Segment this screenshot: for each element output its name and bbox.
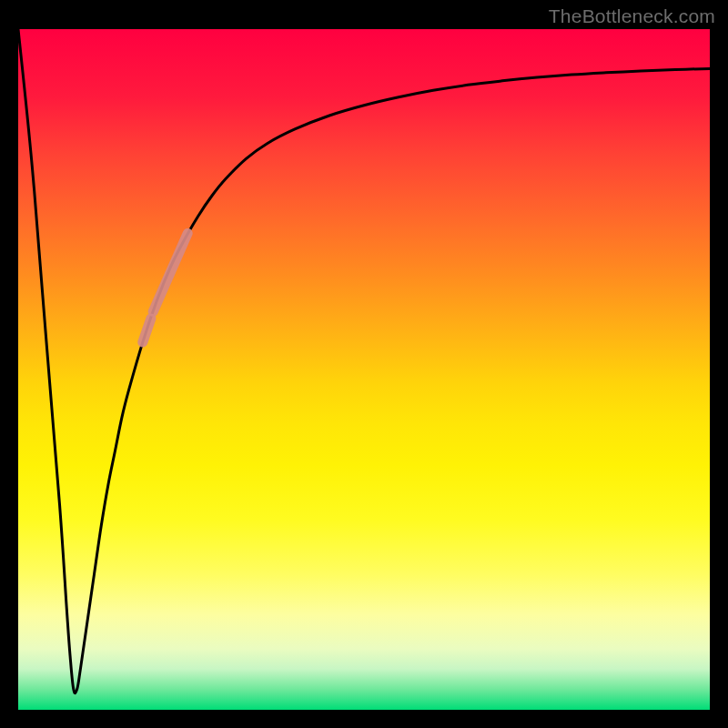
curve-highlight — [143, 233, 187, 342]
plot-area — [18, 29, 710, 710]
attribution-text: TheBottleneck.com — [549, 5, 715, 27]
chart-svg — [18, 29, 710, 710]
chart-container: TheBottleneck.com — [0, 0, 728, 728]
bottleneck-curve — [18, 29, 710, 693]
highlight-segment — [143, 318, 151, 342]
highlight-segment — [153, 233, 187, 311]
